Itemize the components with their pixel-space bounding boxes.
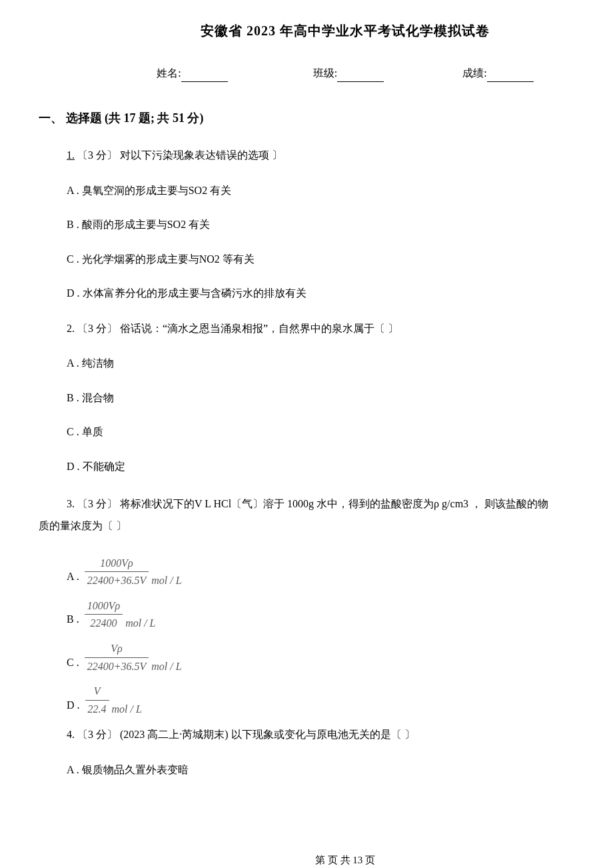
- q2-number: 2.: [67, 323, 75, 334]
- q2-option-d: D . 不能确定: [67, 458, 613, 475]
- q4-text: 〔3 分〕 (2023 高二上·芮城期末) 以下现象或变化与原电池无关的是〔 〕: [75, 729, 415, 740]
- score-label: 成绩:: [462, 65, 486, 82]
- q3-d-numerator: V: [85, 683, 109, 701]
- q3-a-unit: mol / L: [151, 572, 181, 589]
- q4-number: 4.: [67, 729, 75, 740]
- question-2: 2. 〔3 分〕 俗话说：“滴水之恩当涌泉相报”，自然界中的泉水属于〔 〕: [67, 319, 613, 337]
- q3-c-fraction: Vρ 22400+36.5V: [85, 640, 149, 675]
- q3-d-fraction: V 22.4: [85, 683, 109, 717]
- name-blank[interactable]: [181, 70, 228, 82]
- q1-number: 1.: [67, 149, 75, 161]
- q1-option-d: D . 水体富养分化的形成主要与含磷污水的排放有关: [67, 285, 613, 302]
- q1-text: 〔3 分〕 对以下污染现象表达错误的选项 〕: [75, 149, 283, 161]
- q3-a-numerator: 1000Vρ: [85, 555, 149, 573]
- page-footer: 第 页 共 13 页: [39, 852, 613, 868]
- name-label: 姓名:: [157, 65, 181, 82]
- q3-option-b: B . 1000Vρ 22400 mol / L: [67, 597, 613, 632]
- q3-b-letter: B .: [67, 611, 79, 632]
- q3-c-numerator: Vρ: [85, 640, 149, 658]
- q3-a-fraction: 1000Vρ 22400+36.5V: [85, 555, 149, 589]
- q1-option-a: A . 臭氧空洞的形成主要与SO2 有关: [67, 182, 613, 199]
- question-4: 4. 〔3 分〕 (2023 高二上·芮城期末) 以下现象或变化与原电池无关的是…: [67, 725, 613, 743]
- q3-b-fraction: 1000Vρ 22400: [85, 597, 123, 632]
- q3-b-numerator: 1000Vρ: [85, 597, 123, 615]
- q3-b-unit: mol / L: [125, 615, 155, 632]
- q3-d-letter: D .: [67, 697, 80, 718]
- q3-c-denominator: 22400+36.5V: [85, 658, 149, 675]
- q3-a-denominator: 22400+36.5V: [85, 572, 149, 589]
- q2-option-c: C . 单质: [67, 423, 613, 441]
- section-header: 一、 选择题 (共 17 题; 共 51 分): [39, 109, 613, 128]
- question-3: 3. 〔3 分〕 将标准状况下的V L HCl〔气〕溶于 1000g 水中，得到…: [39, 493, 613, 537]
- class-blank[interactable]: [337, 70, 384, 82]
- q3-c-unit: mol / L: [151, 658, 181, 675]
- q3-c-letter: C .: [67, 654, 79, 675]
- q2-text: 〔3 分〕 俗话说：“滴水之恩当涌泉相报”，自然界中的泉水属于〔 〕: [75, 323, 398, 334]
- class-label: 班级:: [313, 65, 337, 82]
- q2-option-a: A . 纯洁物: [67, 355, 613, 372]
- score-blank[interactable]: [487, 70, 534, 82]
- q3-a-letter: A .: [67, 568, 79, 589]
- q2-option-b: B . 混合物: [67, 389, 613, 407]
- q3-b-denominator: 22400: [85, 615, 123, 632]
- page-title: 安徽省 2023 年高中学业水平考试化学模拟试卷: [39, 20, 613, 41]
- q3-text-rest: 质的量浓度为〔 〕: [39, 520, 127, 531]
- q3-d-unit: mol / L: [112, 701, 142, 718]
- q1-option-b: B . 酸雨的形成主要与SO2 有关: [67, 216, 613, 233]
- info-row: 姓名: 班级: 成绩:: [39, 65, 613, 82]
- q3-option-d: D . V 22.4 mol / L: [67, 683, 613, 717]
- q3-text-first: 〔3 分〕 将标准状况下的V L HCl〔气〕溶于 1000g 水中，得到的盐酸…: [75, 498, 548, 509]
- question-1: 1. 〔3 分〕 对以下污染现象表达错误的选项 〕: [67, 146, 613, 164]
- q1-option-c: C . 光化学烟雾的形成主要与NO2 等有关: [67, 251, 613, 268]
- q4-option-a: A . 银质物品久置外表变暗: [67, 761, 613, 779]
- q3-number: 3.: [67, 498, 75, 509]
- q3-d-denominator: 22.4: [85, 701, 109, 718]
- q3-option-c: C . Vρ 22400+36.5V mol / L: [67, 640, 613, 675]
- q3-option-a: A . 1000Vρ 22400+36.5V mol / L: [67, 555, 613, 589]
